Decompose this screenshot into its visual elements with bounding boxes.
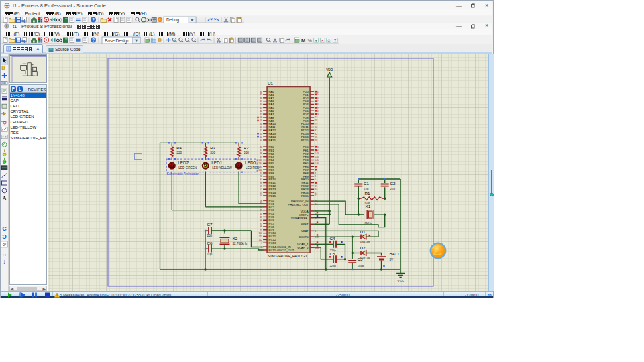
svg-text:37: 37 — [260, 100, 262, 103]
svg-text:!: ! — [56, 293, 57, 297]
svg-text:4: 4 — [315, 175, 316, 178]
svg-text:29: 29 — [260, 209, 262, 212]
svg-text:104p: 104p — [357, 264, 364, 267]
svg-text:42: 42 — [260, 109, 262, 112]
svg-text:41: 41 — [260, 106, 262, 109]
svg-text:99: 99 — [260, 229, 262, 231]
svg-text:26: 26 — [260, 199, 262, 202]
svg-text:5: 5 — [315, 178, 316, 181]
svg-text:C4: C4 — [329, 236, 335, 241]
svg-text:46: 46 — [260, 145, 262, 148]
svg-text:330: 330 — [210, 151, 215, 154]
svg-text:64: 64 — [260, 135, 262, 138]
svg-text:1N4148: 1N4148 — [360, 240, 370, 243]
svg-text:96: 96 — [260, 175, 262, 178]
svg-text:3V: 3V — [389, 258, 394, 261]
svg-text:95: 95 — [260, 172, 262, 174]
svg-text:M: M — [301, 38, 305, 44]
svg-text:53: 53 — [260, 191, 262, 194]
svg-text:PC13: PC13 — [268, 241, 276, 245]
svg-text:146: 146 — [315, 162, 319, 164]
svg-text:3: 3 — [315, 172, 316, 174]
svg-text:+: + — [315, 38, 317, 42]
svg-text:Debug: Debug — [166, 17, 180, 23]
svg-text:↕: ↕ — [3, 258, 6, 265]
svg-text:28: 28 — [260, 206, 262, 208]
svg-text:D2: D2 — [360, 245, 365, 250]
svg-text:80: 80 — [315, 126, 317, 129]
svg-text:60: 60 — [260, 123, 262, 125]
svg-text:43: 43 — [260, 113, 262, 115]
svg-text:42: 42 — [315, 194, 317, 197]
svg-text:133: 133 — [258, 159, 262, 162]
svg-text:110: 110 — [258, 232, 262, 235]
svg-text:X2: X2 — [232, 235, 237, 240]
svg-text:9: 9 — [261, 249, 262, 251]
svg-text:↔: ↔ — [1, 250, 8, 257]
svg-text:%: % — [307, 38, 311, 43]
svg-text:330: 330 — [244, 151, 249, 154]
svg-text:97: 97 — [260, 222, 262, 225]
svg-text:98: 98 — [260, 182, 262, 184]
svg-text:VDD: VDD — [326, 68, 333, 71]
svg-text:Base Design: Base Design — [105, 38, 129, 44]
svg-text:225p: 225p — [329, 263, 336, 267]
svg-text:98: 98 — [260, 225, 262, 228]
svg-text:LED-YELLOW: LED-YELLOW — [212, 166, 232, 170]
svg-text:X1: X1 — [365, 203, 370, 208]
svg-text:?: ? — [92, 17, 95, 22]
svg-text:C3: C3 — [357, 256, 362, 261]
svg-text:34: 34 — [260, 90, 262, 93]
svg-text:145: 145 — [315, 159, 319, 162]
svg-text:VSSA/VREF-: VSSA/VREF- — [291, 216, 309, 219]
svg-text:Schematic Animation: Schematic Animation — [166, 171, 199, 175]
svg-text:78: 78 — [315, 119, 317, 122]
svg-text:R4: R4 — [176, 145, 182, 149]
svg-text:R3: R3 — [210, 145, 215, 149]
svg-text:143: 143 — [315, 152, 319, 155]
svg-text:36: 36 — [260, 97, 262, 99]
svg-text:54: 54 — [260, 194, 262, 197]
svg-text:VSS: VSS — [397, 280, 404, 283]
svg-text:Ɔ: Ɔ — [2, 233, 7, 240]
svg-text:8MHz: 8MHz — [364, 221, 372, 224]
svg-text:32.768kHz: 32.768kHz — [232, 241, 248, 245]
svg-text:77: 77 — [315, 116, 317, 119]
svg-text:A: A — [2, 195, 7, 202]
svg-text:PD15: PD15 — [301, 138, 308, 141]
svg-text:LED1: LED1 — [211, 160, 222, 165]
svg-text:135: 135 — [258, 165, 262, 168]
svg-text:BOOT0: BOOT0 — [299, 235, 309, 238]
svg-text:27: 27 — [260, 202, 262, 205]
svg-text:40: 40 — [315, 188, 317, 190]
svg-text:41: 41 — [315, 191, 317, 194]
svg-text:47: 47 — [260, 149, 262, 152]
svg-text:61: 61 — [260, 126, 262, 129]
svg-text:330: 330 — [176, 151, 182, 154]
svg-text:C1: C1 — [364, 181, 369, 186]
svg-text:65: 65 — [260, 139, 262, 141]
svg-text:48: 48 — [260, 152, 262, 155]
svg-text:111: 111 — [258, 235, 262, 238]
svg-text:×: × — [321, 38, 324, 42]
svg-text:VCAP_2: VCAP_2 — [297, 246, 309, 249]
svg-text:C6: C6 — [207, 240, 212, 245]
svg-text:0°: 0° — [3, 243, 7, 247]
svg-text:C5: C5 — [329, 251, 335, 255]
svg-text:LBL: LBL — [2, 82, 7, 85]
svg-text:51: 51 — [260, 184, 262, 187]
svg-text:112: 112 — [258, 238, 262, 241]
svg-text:49: 49 — [260, 156, 262, 158]
svg-text:NRST: NRST — [300, 223, 308, 226]
svg-text:☺: ☺ — [327, 38, 331, 42]
svg-text:63: 63 — [260, 132, 262, 135]
svg-text:PA15: PA15 — [268, 138, 276, 141]
svg-text:59: 59 — [260, 119, 262, 122]
svg-text:39: 39 — [315, 184, 317, 187]
svg-text:VBAT: VBAT — [301, 229, 308, 233]
svg-text:LED-GREEN: LED-GREEN — [178, 166, 197, 170]
svg-text:35: 35 — [260, 93, 262, 96]
svg-text:82: 82 — [315, 132, 317, 135]
svg-text:86: 86 — [315, 139, 317, 141]
svg-text:PE15: PE15 — [301, 194, 309, 197]
